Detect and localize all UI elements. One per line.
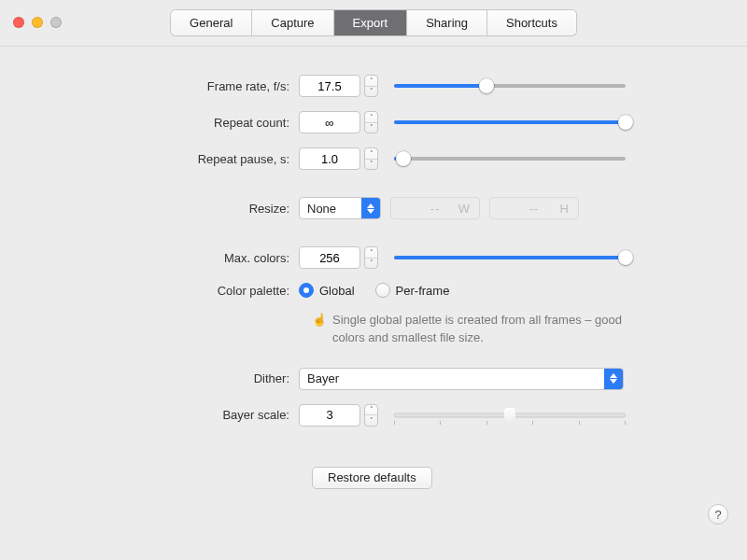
frame-rate-label: Frame rate, f/s: [0,79,299,93]
zoom-window-button[interactable] [50,17,62,28]
svg-marker-1 [367,209,374,214]
pointing-up-icon: ☝️ [312,312,327,347]
repeat-pause-slider[interactable] [394,147,626,170]
stepper-down-icon[interactable]: ˅ [365,259,377,269]
bayer-scale-stepper-buttons[interactable]: ˄ ˅ [364,404,378,427]
palette-hint-text: Single global palette is created from al… [332,312,648,347]
resize-width-field: -- W [390,197,480,219]
frame-rate-slider[interactable] [394,75,626,97]
palette-perframe-radio[interactable]: Per-frame [375,283,450,298]
stepper-down-icon[interactable]: ˅ [365,87,377,97]
tab-general[interactable]: General [171,10,252,35]
max-colors-stepper-buttons[interactable]: ˄ ˅ [364,246,378,269]
width-suffix: W [458,202,470,216]
popup-arrows-icon [604,369,623,389]
resize-popup[interactable]: None [299,197,381,219]
frame-rate-stepper-buttons[interactable]: ˄ ˅ [364,75,378,97]
palette-label: Color palette: [0,284,299,298]
resize-label: Resize: [0,202,299,216]
repeat-pause-field[interactable] [299,147,360,170]
titlebar: General Capture Export Sharing Shortcuts [0,0,747,47]
palette-hint: ☝️ Single global palette is created from… [312,312,648,347]
stepper-up-icon[interactable]: ˄ [365,112,377,123]
frame-rate-field[interactable] [299,75,360,97]
repeat-count-field[interactable] [299,111,360,133]
repeat-pause-label: Repeat pause, s: [0,152,299,166]
tab-bar: General Capture Export Sharing Shortcuts [171,10,576,35]
tab-capture[interactable]: Capture [252,10,333,35]
stepper-up-icon[interactable]: ˄ [365,247,377,259]
stepper-up-icon[interactable]: ˄ [365,76,377,87]
repeat-pause-stepper-buttons[interactable]: ˄ ˅ [364,147,378,170]
dither-label: Dither: [0,371,299,385]
popup-arrows-icon [361,198,380,218]
help-button[interactable]: ? [708,504,728,525]
stepper-down-icon[interactable]: ˅ [365,123,377,133]
max-colors-field[interactable] [299,246,360,269]
stepper-up-icon[interactable]: ˄ [365,148,377,160]
bayer-scale-slider[interactable] [394,404,626,427]
palette-global-label: Global [319,284,355,298]
repeat-count-label: Repeat count: [0,116,299,130]
repeat-pause-stepper[interactable]: ˄ ˅ [299,147,381,170]
stepper-down-icon[interactable]: ˅ [365,415,377,426]
repeat-count-stepper[interactable]: ˄ ˅ [299,111,381,133]
palette-perframe-label: Per-frame [396,284,450,298]
svg-marker-2 [610,373,617,378]
bayer-scale-field[interactable] [299,404,360,427]
palette-global-radio[interactable]: Global [299,283,355,298]
max-colors-stepper[interactable]: ˄ ˅ [299,246,381,269]
stepper-down-icon[interactable]: ˅ [365,160,377,170]
radio-icon [375,283,390,298]
export-form: Frame rate, f/s: ˄ ˅ Repeat count: ˄ ˅ [0,47,747,489]
radio-icon [299,283,314,298]
tab-shortcuts[interactable]: Shortcuts [487,10,576,35]
stepper-up-icon[interactable]: ˄ [365,405,377,416]
max-colors-label: Max. colors: [0,251,299,265]
resize-value: None [300,202,361,216]
repeat-count-slider[interactable] [394,111,626,133]
svg-marker-0 [367,203,374,208]
bayer-scale-label: Bayer scale: [0,408,299,422]
minimize-window-button[interactable] [32,17,43,28]
max-colors-slider[interactable] [394,246,626,269]
svg-marker-3 [610,379,617,384]
resize-height-field: -- H [489,197,579,219]
frame-rate-stepper[interactable]: ˄ ˅ [299,75,381,97]
tab-export[interactable]: Export [334,10,408,35]
dither-popup[interactable]: Bayer [299,368,624,390]
window-controls [13,17,62,28]
restore-defaults-button[interactable]: Restore defaults [312,467,432,489]
close-window-button[interactable] [13,17,24,28]
bayer-scale-stepper[interactable]: ˄ ˅ [299,404,381,427]
height-suffix: H [560,202,569,216]
dither-value: Bayer [300,371,604,385]
tab-sharing[interactable]: Sharing [407,10,487,35]
repeat-count-stepper-buttons[interactable]: ˄ ˅ [364,111,378,133]
